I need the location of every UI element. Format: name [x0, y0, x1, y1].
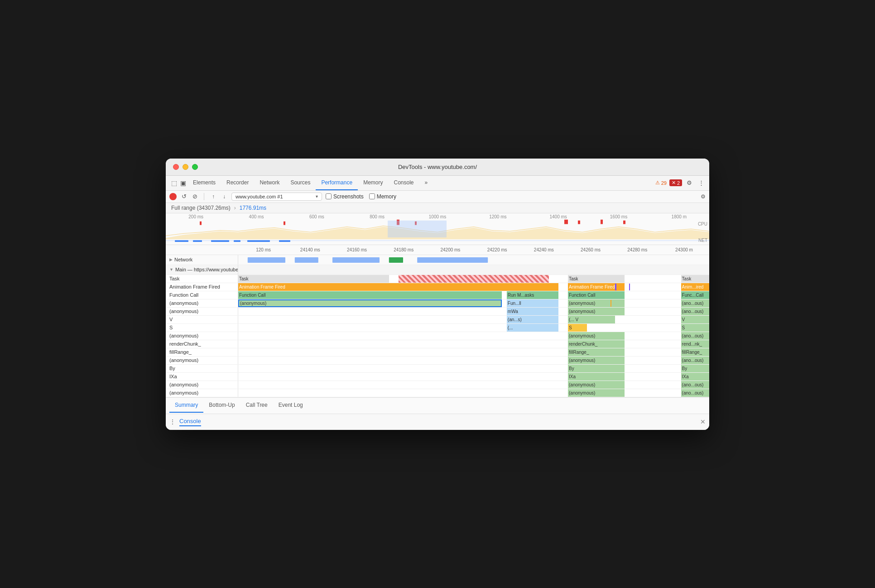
s-track[interactable]: (... S S: [238, 324, 709, 332]
s-bar-0[interactable]: S: [568, 324, 587, 332]
task-bar-2[interactable]: Task: [681, 275, 709, 283]
console-close-button[interactable]: ✕: [700, 418, 706, 425]
anon-2-bar[interactable]: (ano...ous): [681, 299, 709, 307]
more-options-icon[interactable]: ⋮: [697, 178, 706, 188]
task-bar-hatched[interactable]: [399, 275, 549, 283]
ruler-tick-0: 200 ms: [166, 214, 226, 221]
url-selector[interactable]: www.youtube.com #1 ▾: [231, 193, 322, 201]
func-call-bar-0[interactable]: Function Call: [238, 291, 502, 299]
anon-r3-bar-2[interactable]: (ano...ous): [681, 357, 709, 364]
overview-ruler: 200 ms 400 ms 600 ms 800 ms 1000 ms 1200…: [166, 214, 709, 221]
v-bar-1[interactable]: V: [681, 316, 709, 323]
console-more-icon[interactable]: ⋮: [169, 418, 176, 425]
fill-bar-0[interactable]: fillRange_: [568, 348, 625, 356]
anon-0-track[interactable]: (anonymous) Fun...ll (anonymous) (ano...…: [238, 299, 709, 307]
anon-3-label: (anonymous): [166, 357, 238, 364]
inspector-icon[interactable]: ⬚: [169, 178, 178, 188]
close-button[interactable]: [173, 164, 179, 170]
func-call-bar-run[interactable]: Run M...asks: [507, 291, 558, 299]
tab-call-tree[interactable]: Call Tree: [240, 398, 273, 413]
anon-r2-bar-2[interactable]: (ano...ous): [681, 332, 709, 340]
task-bar-0[interactable]: Task: [238, 275, 389, 283]
render-track[interactable]: renderChunk_ rend...nk_: [238, 340, 709, 348]
tab-performance[interactable]: Performance: [316, 176, 358, 190]
tab-sources[interactable]: Sources: [285, 176, 316, 190]
tab-event-log[interactable]: Event Log: [273, 398, 308, 413]
func-call-bar-2[interactable]: Func...Call: [681, 291, 709, 299]
tab-recorder[interactable]: Recorder: [221, 176, 254, 190]
v-bar-0[interactable]: (... V: [568, 316, 615, 323]
animation-bar-2[interactable]: Anim...ired: [681, 283, 709, 291]
v-track[interactable]: (an...s) (... V V: [238, 316, 709, 323]
timeline-overview[interactable]: 200 ms 400 ms 600 ms 800 ms 1000 ms 1200…: [166, 213, 709, 245]
anon-r1-bar-2[interactable]: (ano...ous): [681, 308, 709, 315]
anon-r2-bar[interactable]: (anonymous): [568, 332, 625, 340]
anon-2-label: (anonymous): [166, 332, 238, 340]
upload-button[interactable]: ↑: [210, 193, 217, 200]
main-expand-icon[interactable]: ▼: [169, 267, 173, 272]
tab-console[interactable]: Console: [388, 176, 419, 190]
ixa-bar-0[interactable]: IXa: [568, 373, 625, 381]
tab-bottom-up[interactable]: Bottom-Up: [203, 398, 240, 413]
task-track[interactable]: Task Task Task: [238, 275, 709, 283]
fill-bar-1[interactable]: fillRange_: [681, 348, 709, 356]
record-button[interactable]: [169, 193, 177, 200]
titlebar: DevTools - www.youtube.com/: [166, 159, 709, 176]
settings-icon[interactable]: ⚙: [685, 178, 694, 188]
screenshots-checkbox[interactable]: Screenshots: [326, 193, 364, 200]
anon-r1-bar[interactable]: (anonymous): [568, 308, 625, 315]
func-call-bar-1[interactable]: Function Call: [568, 291, 625, 299]
mwa-bar[interactable]: mWa: [507, 308, 558, 315]
tab-summary[interactable]: Summary: [169, 398, 203, 413]
anon-1-track[interactable]: mWa (anonymous) (ano...ous): [238, 308, 709, 315]
ixa-bar-1[interactable]: IXa: [681, 373, 709, 381]
capture-settings-icon[interactable]: ⚙: [701, 193, 706, 200]
clear-button[interactable]: ⊘: [191, 193, 198, 200]
anon-fun-bar[interactable]: Fun...ll: [507, 299, 558, 307]
anon-r3-bar[interactable]: (anonymous): [568, 357, 625, 364]
anon-r5-bar-2[interactable]: (ano...ous): [681, 389, 709, 397]
by-bar-0[interactable]: By: [568, 365, 625, 372]
detail-ruler-1: 24140 ms: [287, 247, 333, 252]
ans-bar[interactable]: (an...s): [507, 316, 558, 323]
device-icon[interactable]: ▣: [178, 178, 188, 188]
anon-0-label: (anonymous): [166, 299, 238, 307]
anon-r5-bar[interactable]: (anonymous): [568, 389, 625, 397]
anon-5-track[interactable]: (anonymous) (ano...ous): [238, 389, 709, 397]
tab-more[interactable]: »: [419, 176, 433, 190]
detail-ruler-3: 24180 ms: [380, 247, 427, 252]
s-bar-1[interactable]: S: [681, 324, 709, 332]
anon-2-track[interactable]: (anonymous) (ano...ous): [238, 332, 709, 340]
animation-track[interactable]: Animation Frame Fired Animation Frame Fi…: [238, 283, 709, 291]
minimize-button[interactable]: [183, 164, 188, 170]
detail-ruler-9: 24300 m: [661, 247, 707, 252]
url-text: www.youtube.com #1: [236, 194, 314, 199]
anon-1-bar[interactable]: (anonymous): [568, 299, 625, 307]
detail-ruler-row: 120 ms 24140 ms 24160 ms 24180 ms 24200 …: [166, 245, 709, 255]
network-expand-icon[interactable]: ▶: [169, 257, 173, 262]
task-bar-1[interactable]: Task: [568, 275, 625, 283]
maximize-button[interactable]: [192, 164, 198, 170]
anon-selected-bar[interactable]: (anonymous): [238, 299, 502, 307]
url-dropdown-icon: ▾: [316, 194, 318, 199]
ixa-track[interactable]: IXa IXa: [238, 373, 709, 381]
download-button[interactable]: ↓: [221, 193, 228, 200]
memory-checkbox[interactable]: Memory: [369, 193, 396, 200]
tab-elements[interactable]: Elements: [188, 176, 221, 190]
by-track[interactable]: By By: [238, 365, 709, 372]
anon-4-track[interactable]: (anonymous) (ano...ous): [238, 381, 709, 389]
by-bar-1[interactable]: By: [681, 365, 709, 372]
function-track[interactable]: Function Call Run M...asks Function Call…: [238, 291, 709, 299]
render-bar-1[interactable]: rend...nk_: [681, 340, 709, 348]
anon-r4-bar[interactable]: (anonymous): [568, 381, 625, 389]
render-bar-0[interactable]: renderChunk_: [568, 340, 625, 348]
tab-memory[interactable]: Memory: [358, 176, 388, 190]
reload-button[interactable]: ↺: [180, 193, 188, 200]
anon-3-track[interactable]: (anonymous) (ano...ous): [238, 357, 709, 364]
animation-bar-0[interactable]: Animation Frame Fired: [238, 283, 558, 291]
tab-network[interactable]: Network: [254, 176, 285, 190]
console-tab-label[interactable]: Console: [179, 418, 201, 426]
dots-bar[interactable]: (...: [507, 324, 558, 332]
anon-r4-bar-2[interactable]: (ano...ous): [681, 381, 709, 389]
fill-track[interactable]: fillRange_ fillRange_: [238, 348, 709, 356]
